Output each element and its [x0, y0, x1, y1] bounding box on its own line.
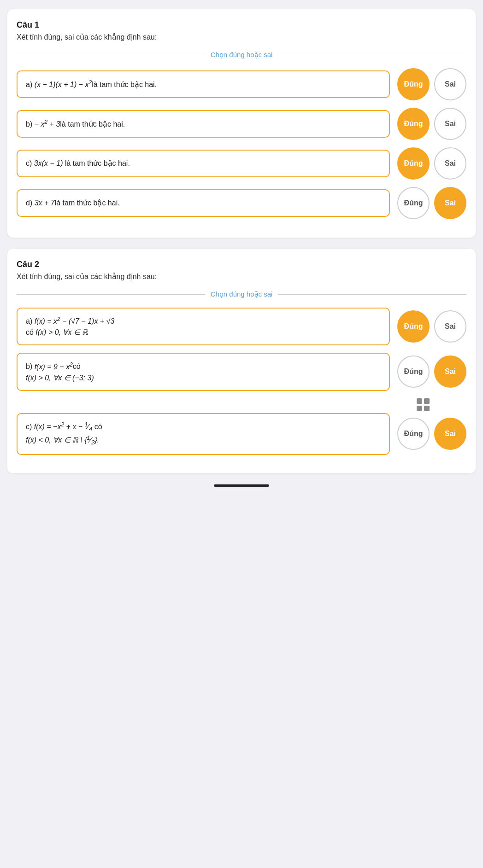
- statement-q2b-line2: f(x) > 0, ∀x ∈ (−3; 3): [26, 373, 94, 384]
- btn-group-q2b: Đúng Sai: [397, 355, 466, 388]
- btn-q2b-dung[interactable]: Đúng: [397, 355, 430, 388]
- statement-q1a-text: a) (x − 1)(x + 1) − x2là tam thức bậc ha…: [26, 78, 157, 90]
- btn-q1c-sai[interactable]: Sai: [434, 147, 466, 180]
- btn-group-q2a: Đúng Sai: [397, 310, 466, 343]
- statement-q1a-box: a) (x − 1)(x + 1) − x2là tam thức bậc ha…: [17, 70, 390, 98]
- btn-q2c-dung[interactable]: Đúng: [397, 418, 430, 450]
- question-1-subtitle: Xét tính đúng, sai của các khẳng định sa…: [17, 33, 466, 41]
- question-1-card: Câu 1 Xét tính đúng, sai của các khẳng đ…: [7, 9, 476, 238]
- question-2-divider: Chọn đúng hoặc sai: [17, 290, 466, 298]
- statement-q2c-row: c) f(x) = −x2 + x − 1⁄4 có f(x) < 0, ∀x …: [17, 413, 466, 455]
- statement-q1b-row: b) − x2 + 3là tam thức bậc hai. Đúng Sai: [17, 108, 466, 140]
- btn-group-q1d: Đúng Sai: [397, 187, 466, 219]
- statement-q1c-text: c) 3x(x − 1) là tam thức bậc hai.: [26, 158, 130, 169]
- btn-group-q1c: Đúng Sai: [397, 147, 466, 180]
- btn-group-q2c: Đúng Sai: [397, 418, 466, 450]
- statement-q2a-box: a) f(x) = x2 − (√7 − 1)x + √3 có f(x) > …: [17, 308, 390, 345]
- btn-q1b-sai[interactable]: Sai: [434, 108, 466, 140]
- statement-q1a-row: a) (x − 1)(x + 1) − x2là tam thức bậc ha…: [17, 68, 466, 100]
- statement-q2a-line2: có f(x) > 0, ∀x ∈ ℝ: [26, 327, 88, 338]
- bottom-nav-bar: [214, 484, 269, 487]
- btn-q2a-sai[interactable]: Sai: [434, 310, 466, 343]
- question-2-title: Câu 2: [17, 260, 466, 269]
- statement-q1b-text: b) − x2 + 3là tam thức bậc hai.: [26, 118, 125, 130]
- btn-q1a-dung[interactable]: Đúng: [397, 68, 430, 100]
- statement-q2c-line1: c) f(x) = −x2 + x − 1⁄4 có: [26, 420, 102, 434]
- grid-icon: [417, 398, 430, 411]
- btn-q1a-sai[interactable]: Sai: [434, 68, 466, 100]
- statement-q1d-text: d) 3x + 7là tam thức bậc hai.: [26, 198, 120, 209]
- statement-q2c-box: c) f(x) = −x2 + x − 1⁄4 có f(x) < 0, ∀x …: [17, 413, 390, 455]
- btn-q2c-sai[interactable]: Sai: [434, 418, 466, 450]
- statement-q2b-line1: b) f(x) = 9 − x2có: [26, 360, 81, 372]
- statement-q2b-row: b) f(x) = 9 − x2có f(x) > 0, ∀x ∈ (−3; 3…: [17, 353, 466, 390]
- btn-q1b-dung[interactable]: Đúng: [397, 108, 430, 140]
- statement-q2a-row: a) f(x) = x2 − (√7 − 1)x + √3 có f(x) > …: [17, 308, 466, 345]
- statement-q1d-box: d) 3x + 7là tam thức bậc hai.: [17, 189, 390, 217]
- question-1-title: Câu 1: [17, 20, 466, 30]
- btn-group-q1b: Đúng Sai: [397, 108, 466, 140]
- statement-q1c-row: c) 3x(x − 1) là tam thức bậc hai. Đúng S…: [17, 147, 466, 180]
- btn-group-q1a: Đúng Sai: [397, 68, 466, 100]
- btn-q2b-sai[interactable]: Sai: [434, 355, 466, 388]
- question-1-divider-label: Chọn đúng hoặc sai: [211, 51, 273, 59]
- question-2-subtitle: Xét tính đúng, sai của các khẳng định sa…: [17, 272, 466, 281]
- question-2-divider-label: Chọn đúng hoặc sai: [211, 290, 273, 298]
- statement-q2a-line1: a) f(x) = x2 − (√7 − 1)x + √3: [26, 315, 114, 327]
- statement-q2b-box: b) f(x) = 9 − x2có f(x) > 0, ∀x ∈ (−3; 3…: [17, 353, 390, 390]
- question-2-card: Câu 2 Xét tính đúng, sai của các khẳng đ…: [7, 249, 476, 473]
- question-1-divider: Chọn đúng hoặc sai: [17, 51, 466, 59]
- btn-q1d-sai[interactable]: Sai: [434, 187, 466, 219]
- statement-q1d-row: d) 3x + 7là tam thức bậc hai. Đúng Sai: [17, 187, 466, 219]
- btn-q1d-dung[interactable]: Đúng: [397, 187, 430, 219]
- statement-q1c-box: c) 3x(x − 1) là tam thức bậc hai.: [17, 150, 390, 177]
- statement-q1b-box: b) − x2 + 3là tam thức bậc hai.: [17, 110, 390, 138]
- statement-q2c-line2: f(x) < 0, ∀x ∈ ℝ \ {1⁄2}.: [26, 434, 99, 448]
- btn-q2a-dung[interactable]: Đúng: [397, 310, 430, 343]
- btn-q1c-dung[interactable]: Đúng: [397, 147, 430, 180]
